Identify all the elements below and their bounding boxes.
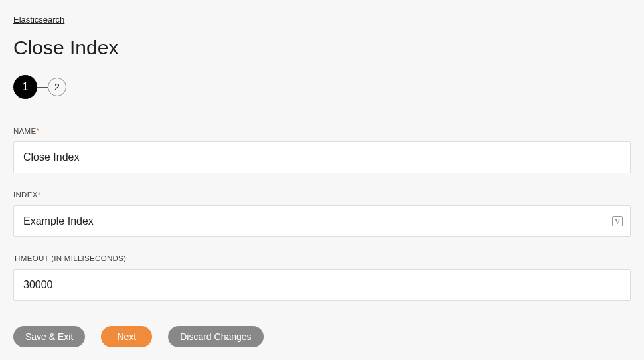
name-input[interactable] xyxy=(13,141,631,173)
label-index: INDEX* xyxy=(13,191,631,199)
step-2[interactable]: 2 xyxy=(48,78,66,96)
page-title: Close Index xyxy=(13,37,631,59)
step-1[interactable]: 1 xyxy=(13,75,37,99)
label-name: NAME* xyxy=(13,127,631,135)
button-row: Save & Exit Next Discard Changes xyxy=(13,326,631,347)
next-button[interactable]: Next xyxy=(101,326,152,347)
index-input[interactable] xyxy=(13,205,631,237)
label-timeout-text: TIMEOUT (IN MILLISECONDS) xyxy=(13,254,126,262)
save-exit-button[interactable]: Save & Exit xyxy=(13,326,85,347)
label-timeout: TIMEOUT (IN MILLISECONDS) xyxy=(13,254,631,262)
discard-button[interactable]: Discard Changes xyxy=(168,326,263,347)
step-connector xyxy=(37,87,48,88)
required-indicator: * xyxy=(38,191,41,199)
variable-icon[interactable]: V xyxy=(612,216,623,226)
breadcrumb-elasticsearch[interactable]: Elasticsearch xyxy=(13,15,64,25)
label-index-text: INDEX xyxy=(13,191,38,199)
required-indicator: * xyxy=(36,127,39,135)
form-group-timeout: TIMEOUT (IN MILLISECONDS) xyxy=(13,254,631,301)
form-group-name: NAME* xyxy=(13,127,631,173)
form-group-index: INDEX* V xyxy=(13,191,631,237)
stepper: 1 2 xyxy=(13,75,631,99)
timeout-input[interactable] xyxy=(13,269,631,301)
label-name-text: NAME xyxy=(13,127,36,135)
